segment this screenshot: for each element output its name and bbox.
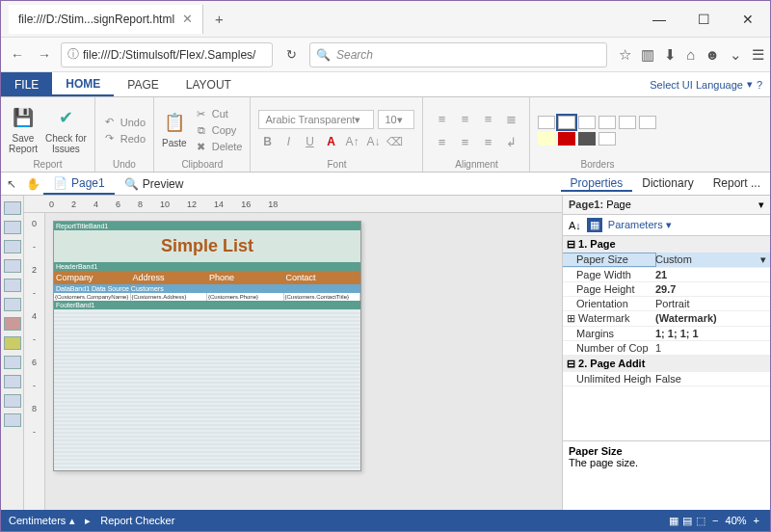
cut-button[interactable]: ✂Cut — [195, 108, 243, 120]
zoom-in-button[interactable]: + — [751, 515, 762, 526]
prop-page-height[interactable]: Page Height29.7 — [563, 282, 770, 297]
language-selector[interactable]: Select UI Language▾? — [642, 72, 770, 96]
page1-tab[interactable]: 📄Page1 — [43, 173, 115, 195]
report-title-band[interactable]: ReportTitleBand1 — [54, 222, 360, 230]
sort-az-button[interactable]: A↓ — [569, 220, 581, 231]
help-icon[interactable]: ? — [757, 79, 762, 91]
toolbox-item[interactable] — [4, 221, 21, 234]
search-input[interactable]: 🔍 Search — [309, 42, 607, 67]
prop-section-page[interactable]: ⊟ 1. Page — [563, 236, 770, 253]
url-input[interactable]: ⓘ file:///D:/Stimulsoft/Flex/.Samples/ — [61, 42, 273, 67]
align-top-right[interactable]: ≡ — [477, 108, 498, 129]
undo-button[interactable]: ↶Undo — [103, 116, 146, 128]
view-mode-icon[interactable]: ▦ — [669, 515, 678, 527]
font-size-select[interactable]: 10 ▾ — [378, 110, 414, 129]
forward-button[interactable]: → — [34, 44, 55, 66]
align-top-center[interactable]: ≡ — [454, 108, 475, 129]
close-window-button[interactable]: ✕ — [726, 5, 770, 34]
pocket-icon[interactable]: ⌄ — [730, 46, 742, 64]
report-title-text[interactable]: Simple List — [54, 230, 360, 262]
close-icon[interactable]: ✕ — [182, 12, 193, 26]
report-panel-tab[interactable]: Report ... — [704, 176, 770, 192]
menu-icon[interactable]: ☰ — [752, 46, 764, 64]
border-all[interactable] — [558, 116, 575, 129]
border-right[interactable] — [619, 116, 636, 129]
categorize-button[interactable]: ▦ — [587, 218, 602, 232]
toolbox-item[interactable] — [4, 259, 21, 273]
reload-button[interactable]: ↻ — [279, 47, 304, 62]
toolbox-item[interactable] — [4, 298, 21, 311]
home-icon[interactable]: ⌂ — [686, 46, 695, 64]
align-top-left[interactable]: ≡ — [431, 108, 452, 129]
delete-button[interactable]: ✖Delete — [195, 141, 243, 153]
pointer-tool[interactable]: ↖ — [1, 173, 22, 195]
prop-copies[interactable]: Number of Cop1 — [563, 341, 770, 356]
chevron-down-icon[interactable]: ▾ — [758, 199, 764, 211]
browser-tab[interactable]: file:///D:/Stim...signReport.html ✕ — [9, 5, 203, 34]
page-surface[interactable]: ReportTitleBand1 Simple List HeaderBand1… — [45, 213, 562, 510]
prop-page-width[interactable]: Page Width21 — [563, 268, 770, 282]
prop-unlimited-height[interactable]: Unlimited HeighFalse — [563, 372, 770, 386]
border-none[interactable] — [538, 116, 555, 129]
save-report-button[interactable]: 💾 Save Report — [9, 107, 38, 154]
toolbox-item[interactable] — [4, 413, 21, 427]
minimize-button[interactable]: — — [637, 5, 681, 34]
bold-button[interactable]: B — [258, 133, 276, 150]
prop-margins[interactable]: Margins1; 1; 1; 1 — [563, 327, 770, 341]
column-headers[interactable]: CompanyAddressPhoneContact — [54, 271, 360, 284]
check-issues-button[interactable]: ✔ Check for Issues — [45, 107, 87, 154]
align-justify[interactable]: ≣ — [500, 108, 521, 129]
properties-panel-tab[interactable]: Properties — [561, 176, 633, 192]
data-row[interactable]: {Customers.CompanyName}{Customers.Addres… — [54, 293, 360, 301]
border-style[interactable] — [598, 132, 616, 146]
view-mode-icon[interactable]: ⬚ — [696, 515, 705, 527]
toolbox-item[interactable] — [4, 375, 21, 388]
align-mid-left[interactable]: ≡ — [431, 131, 452, 152]
view-mode-icon[interactable]: ▤ — [682, 515, 692, 527]
shrink-font-button[interactable]: A↓ — [364, 133, 382, 150]
toolbox-item[interactable] — [4, 317, 21, 331]
download-icon[interactable]: ⬇ — [664, 46, 677, 64]
parameters-dropdown[interactable]: Parameters ▾ — [608, 219, 672, 231]
prop-paper-size[interactable]: Paper SizeCustom ▾ — [563, 253, 770, 268]
hand-tool[interactable]: ✋ — [22, 173, 43, 195]
prop-section-page-addit[interactable]: ⊟ 2. Page Addit — [563, 356, 770, 372]
chevron-down-icon[interactable]: ▾ — [760, 253, 766, 266]
underline-button[interactable]: U — [301, 133, 318, 150]
border-top[interactable] — [598, 116, 616, 129]
zoom-level[interactable]: 40% — [726, 515, 747, 526]
prop-watermark[interactable]: ⊞ Watermark(Watermark) — [563, 311, 770, 327]
border-left[interactable] — [578, 116, 596, 129]
align-mid-right[interactable]: ≡ — [477, 131, 498, 152]
wrap-text[interactable]: ↲ — [500, 131, 521, 152]
page-tab[interactable]: PAGE — [114, 72, 172, 96]
header-band[interactable]: HeaderBand1 — [54, 262, 360, 271]
shadow-color[interactable] — [578, 132, 596, 146]
preview-tab[interactable]: 🔍Preview — [115, 173, 194, 195]
footer-band[interactable]: FooterBand1 — [54, 301, 360, 309]
report-checker-button[interactable]: Report Checker — [100, 515, 174, 526]
prop-orientation[interactable]: OrientationPortrait — [563, 297, 770, 311]
grow-font-button[interactable]: A↑ — [343, 133, 360, 150]
redo-button[interactable]: ↷Redo — [103, 132, 146, 145]
toolbox-item[interactable] — [4, 336, 21, 350]
home-tab[interactable]: HOME — [52, 72, 114, 96]
units-selector[interactable]: Centimeters ▴ — [9, 515, 75, 527]
maximize-button[interactable]: ☐ — [681, 5, 726, 34]
bookmark-icon[interactable]: ☆ — [619, 46, 631, 64]
properties-header[interactable]: Page1: Page ▾ — [563, 196, 770, 215]
paste-button[interactable]: 📋 Paste — [162, 112, 187, 148]
smile-icon[interactable]: ☻ — [705, 46, 720, 64]
toolbox-item[interactable] — [4, 394, 21, 408]
library-icon[interactable]: ▥ — [641, 46, 654, 64]
border-color[interactable] — [558, 132, 575, 146]
border-bottom[interactable] — [639, 116, 656, 129]
toolbox-item[interactable] — [4, 279, 21, 292]
toolbox-item[interactable] — [4, 356, 21, 369]
fill-color[interactable] — [538, 132, 555, 146]
new-tab-button[interactable]: + — [215, 11, 224, 27]
align-mid-center[interactable]: ≡ — [454, 131, 475, 152]
clear-format-button[interactable]: ⌫ — [386, 133, 403, 150]
zoom-out-button[interactable]: − — [709, 515, 721, 526]
toolbox-item[interactable] — [4, 201, 21, 215]
